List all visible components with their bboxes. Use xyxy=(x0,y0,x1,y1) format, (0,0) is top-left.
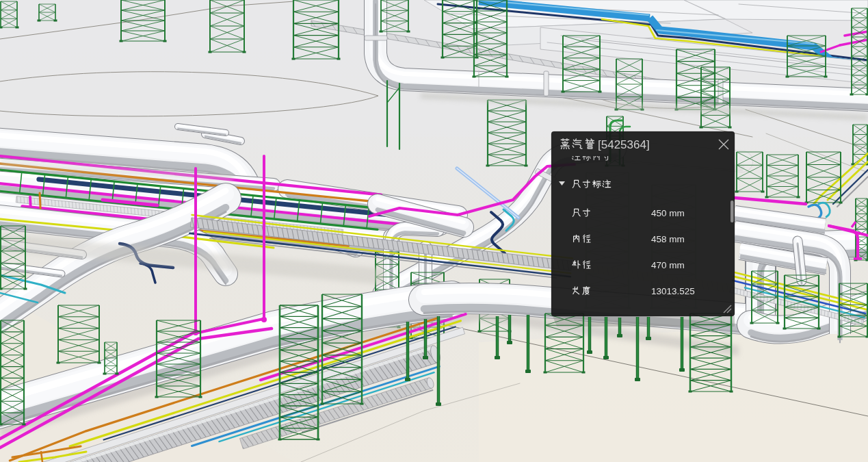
svg-text:[5425364]: [5425364] xyxy=(598,138,650,151)
svg-text:458 mm: 458 mm xyxy=(651,234,685,244)
svg-text:470 mm: 470 mm xyxy=(651,260,685,270)
svg-text:450 mm: 450 mm xyxy=(651,208,685,218)
svg-text:13013.525: 13013.525 xyxy=(651,286,695,296)
